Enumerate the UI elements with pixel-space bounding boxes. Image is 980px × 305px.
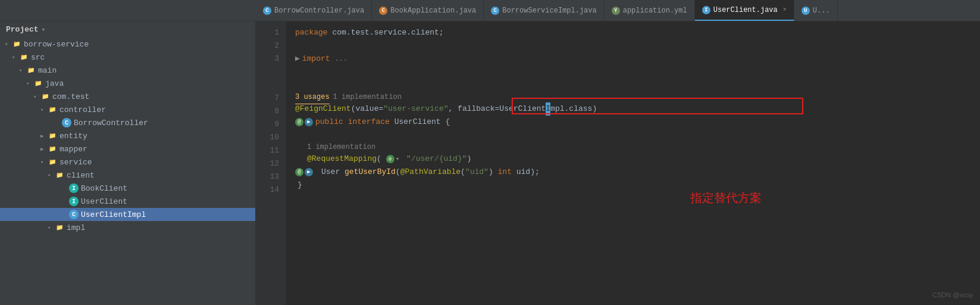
tree-label-service: service bbox=[60, 158, 92, 167]
main-content: Project ▾ ▾ 📁 borrow-service ▾ 📁 src ▾ 📁… bbox=[0, 21, 980, 305]
folder-icon-borrow-service: 📁 bbox=[12, 39, 21, 49]
tab-label-user-client: UserClient.java bbox=[713, 6, 778, 14]
tree-item-comtest[interactable]: ▾ 📁 com.test bbox=[0, 90, 255, 103]
tab-label-book-application: BookApplication.java bbox=[390, 7, 476, 15]
tab-borrow-controller[interactable]: C BorrowController.java bbox=[256, 0, 372, 21]
annotation-cn-text: 指定替代方案 bbox=[690, 191, 762, 204]
tree-item-user-client-impl[interactable]: C UserClientImpl bbox=[0, 208, 255, 221]
run-badge: ▶ bbox=[305, 118, 313, 126]
impl-hint: 1 implementation bbox=[333, 91, 402, 104]
tab-bar: C BorrowController.java C BookApplicatio… bbox=[0, 0, 980, 21]
tab-overflow[interactable]: U U... bbox=[794, 0, 838, 21]
method-run-badge: ▶ bbox=[305, 168, 313, 176]
implement-badge: @ bbox=[295, 118, 303, 126]
tab-application-yml[interactable]: Y application.yml bbox=[605, 0, 695, 21]
tab-label-application-yml: application.yml bbox=[623, 7, 687, 15]
file-icon-user-client: I bbox=[69, 197, 79, 206]
tree-item-java[interactable]: ▾ 📁 java bbox=[0, 77, 255, 90]
arrow-entity: ▶ bbox=[40, 133, 48, 139]
cursor-char: I bbox=[546, 102, 550, 116]
tree-item-client[interactable]: ▾ 📁 client bbox=[0, 169, 255, 182]
collapsed-lines bbox=[295, 66, 970, 92]
method-impl-badge: @ bbox=[295, 168, 303, 176]
pathvar-str: "uid" bbox=[465, 167, 489, 176]
sidebar-title: Project bbox=[6, 25, 39, 34]
tree-item-entity[interactable]: ▶ 📁 entity bbox=[0, 129, 255, 142]
tree-item-main[interactable]: ▾ 📁 main bbox=[0, 64, 255, 77]
arrow-client: ▾ bbox=[48, 172, 55, 179]
tab-label-overflow: U... bbox=[813, 7, 830, 15]
tree-item-book-client[interactable]: I BookClient bbox=[0, 182, 255, 195]
folder-icon-client: 📁 bbox=[55, 170, 64, 180]
tree-item-impl[interactable]: ▾ 📁 impl bbox=[0, 221, 255, 234]
code-line-1: package com.test.service.client; bbox=[295, 26, 970, 39]
mapping-badge: @ ▾ bbox=[386, 152, 400, 166]
arrow-controller: ▾ bbox=[40, 107, 48, 113]
tree-item-service[interactable]: ▾ 📁 service bbox=[0, 155, 255, 169]
tab-icon-book-application: C bbox=[379, 7, 387, 15]
tree-item-mapper[interactable]: ▶ 📁 mapper bbox=[0, 142, 255, 155]
tab-icon-overflow: U bbox=[801, 7, 810, 15]
code-line-14 bbox=[295, 192, 970, 205]
line-badge-9: @ ▶ bbox=[295, 118, 313, 126]
keyword-package: package bbox=[295, 26, 328, 39]
sidebar-header: Project ▾ bbox=[0, 21, 255, 38]
arrow-src: ▾ bbox=[12, 54, 19, 61]
tree-label-main: main bbox=[38, 66, 57, 75]
package-name: com.test.service.client bbox=[332, 26, 439, 39]
tab-label-borrow-service-impl: BorrowServiceImpl.java bbox=[502, 7, 596, 15]
tree-item-borrow-controller[interactable]: C BorrowController bbox=[0, 116, 255, 129]
tab-icon-borrow-service-impl: C bbox=[491, 7, 499, 15]
tree-label-entity: entity bbox=[60, 132, 87, 141]
tab-borrow-service-impl[interactable]: C BorrowServiceImpl.java bbox=[484, 0, 604, 21]
folder-icon-mapper: 📁 bbox=[48, 144, 57, 154]
folder-icon-service: 📁 bbox=[48, 157, 57, 167]
code-line-2 bbox=[295, 39, 970, 52]
tab-book-application[interactable]: C BookApplication.java bbox=[372, 0, 484, 21]
watermark: CSDN @vcoy bbox=[932, 288, 973, 301]
return-type: User bbox=[321, 167, 340, 176]
tree-label-java: java bbox=[45, 79, 64, 88]
method-name: getUserById bbox=[345, 167, 396, 176]
arrow-comtest: ▾ bbox=[33, 94, 40, 100]
code-line-10 bbox=[295, 129, 970, 142]
tree-label-mapper: mapper bbox=[60, 145, 87, 154]
pathvar-annotation: @PathVariable bbox=[400, 167, 461, 176]
arrow-borrow-service: ▾ bbox=[5, 41, 12, 48]
code-line-11: @RequestMapping( @ ▾ "/user/{uid}") bbox=[295, 152, 970, 166]
tree-label-client: client bbox=[67, 171, 95, 180]
folder-icon-java: 📁 bbox=[33, 79, 43, 88]
tree-label-comtest: com.test bbox=[52, 92, 89, 101]
keyword-import: import bbox=[302, 52, 330, 66]
keyword-interface: interface bbox=[348, 116, 390, 129]
fallback-class2: mpl.class bbox=[550, 102, 592, 116]
expand-import-icon[interactable]: ▶ bbox=[295, 52, 300, 66]
code-editor[interactable]: package com.test.service.client; ▶ impor… bbox=[286, 21, 980, 305]
tree-item-borrow-service[interactable]: ▾ 📁 borrow-service bbox=[0, 38, 255, 51]
sidebar-dropdown-icon[interactable]: ▾ bbox=[42, 26, 46, 33]
arrow-service: ▾ bbox=[40, 159, 48, 166]
tab-close-user-client[interactable]: × bbox=[783, 7, 787, 13]
feign-value-str: "user-service" bbox=[383, 102, 448, 116]
tree-label-controller: controller bbox=[60, 105, 106, 114]
arrow-impl: ▾ bbox=[48, 225, 55, 231]
code-line-3: ▶ import ... bbox=[295, 52, 970, 66]
tree-item-src[interactable]: ▾ 📁 src bbox=[0, 51, 255, 64]
tab-user-client[interactable]: I UserClient.java × bbox=[695, 0, 794, 21]
import-ellipsis: ... bbox=[334, 52, 347, 66]
file-icon-book-client: I bbox=[69, 183, 79, 193]
code-line-9: @ ▶ public interface UserClient { bbox=[295, 116, 970, 129]
tree-item-controller[interactable]: ▾ 📁 controller bbox=[0, 103, 255, 116]
line-badge-12: @ ▶ bbox=[295, 168, 313, 176]
editor-area: 1 2 3 7 8 9 10 11 12 13 14 package com.t… bbox=[256, 21, 980, 305]
mapping-impl-badge: @ bbox=[386, 155, 394, 163]
tab-label-borrow-controller: BorrowController.java bbox=[274, 7, 364, 15]
tree-label-src: src bbox=[31, 53, 45, 62]
code-line-12: @ ▶ User getUserById(@PathVariable("uid"… bbox=[295, 166, 970, 179]
class-name-client: UserClient bbox=[394, 116, 441, 129]
tab-icon-application-yml: Y bbox=[612, 7, 620, 15]
usages-hint-line: 3 usages 1 implementation bbox=[295, 92, 970, 102]
tab-icon-user-client: I bbox=[702, 6, 710, 14]
annotation-request-mapping: @RequestMapping bbox=[307, 154, 377, 163]
tree-item-user-client[interactable]: I UserClient bbox=[0, 195, 255, 208]
